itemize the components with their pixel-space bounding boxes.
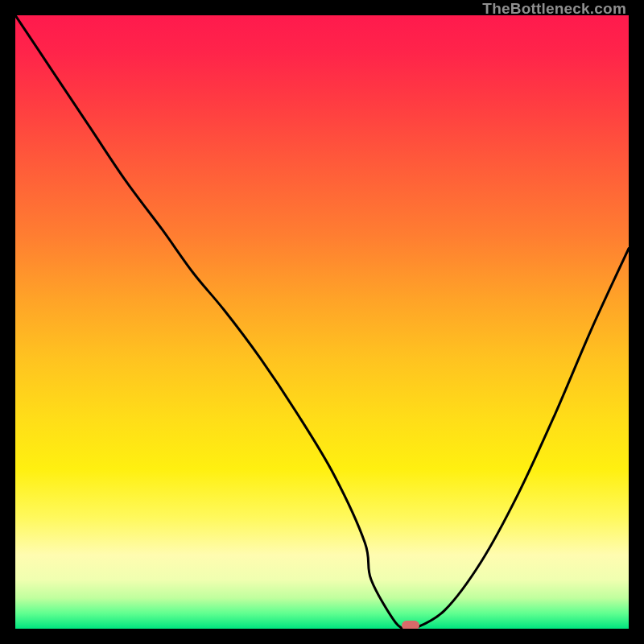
bottleneck-curve [15,15,629,629]
plot-area [15,15,629,629]
outer-frame: TheBottleneck.com [0,0,644,644]
optimal-marker [402,621,419,629]
curve-svg [15,15,629,629]
